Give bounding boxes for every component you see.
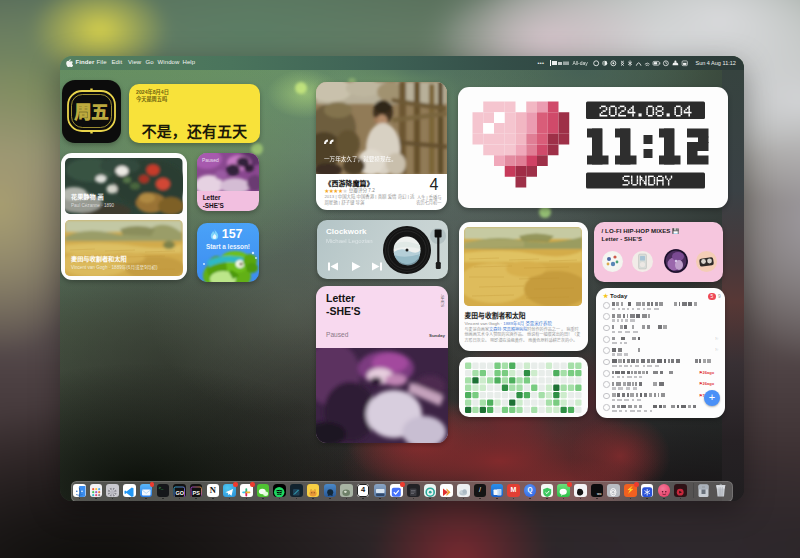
svg-text:Paul Cézanne · 1890: Paul Cézanne · 1890 (71, 203, 115, 208)
svg-text:一万年太久了，就要摸现在。: 一万年太久了，就要摸现在。 (324, 155, 397, 163)
svg-text:周五: 周五 (75, 103, 109, 122)
svg-text:PS: PS (192, 489, 200, 495)
svg-text:Paused: Paused (202, 157, 219, 163)
svg-text:Vincent van Gogh · 1889年(6月或至9: Vincent van Gogh · 1889年(6月或至9月初) (71, 264, 158, 271)
svg-text:GO: GO (176, 489, 185, 495)
svg-text:花果静物 画: 花果静物 画 (71, 193, 104, 201)
svg-text:麦田与收割者和太阳: 麦田与收割者和太阳 (71, 255, 127, 263)
